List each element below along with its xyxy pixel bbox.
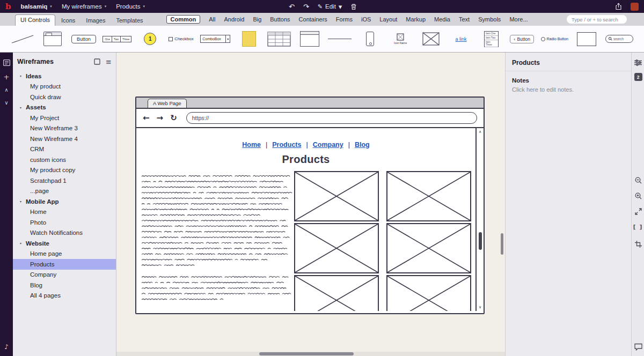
scrollbar-thumb[interactable] [479,232,482,250]
workspace-menu[interactable]: balsamiq ▾ [21,3,52,10]
project-menu[interactable]: My wireframes ▾ [62,3,106,10]
canvas-vertical-scrollbar[interactable] [501,233,503,255]
palette-item-checkbox[interactable]: Checkbox [169,36,194,41]
placeholder-text-block[interactable] [141,173,302,307]
previous-wireframe-button[interactable]: ∧ [0,87,13,93]
palette-item-list[interactable]: Item One Item Two Item Three [480,31,503,47]
wireframe-scrollbar[interactable]: ∧ ∨ [475,128,484,311]
sidebar-item[interactable]: All 4 pages [13,291,116,301]
chat-button[interactable] [632,343,644,351]
sidebar-group-mobile-app[interactable]: ▾ Mobile App [13,196,116,207]
sidebar-item[interactable]: Company [13,270,116,280]
category-forms[interactable]: Forms [336,16,353,23]
inspector-toggle[interactable] [632,60,644,66]
zoom-in-button[interactable] [632,192,644,199]
sidebar-item[interactable]: ...page [13,186,116,197]
nav-link-company[interactable]: Company [313,141,343,149]
category-layout[interactable]: Layout [379,16,397,23]
palette-item-rectangle[interactable] [575,32,598,46]
sidebar-item[interactable]: Watch Notifications [13,228,116,239]
next-wireframe-button[interactable]: ∨ [0,100,13,106]
palette-item-combobox[interactable]: ComboBox ▾ [200,35,230,43]
comments-toggle[interactable]: 2 [632,73,644,81]
palette-item-icon-and-label[interactable]: Icon Name [389,33,412,44]
zoom-to-fit-button[interactable] [632,208,644,215]
category-text[interactable]: Text [459,16,470,23]
category-common[interactable]: Common [166,15,201,24]
tab-images[interactable]: Images [81,15,110,26]
actual-size-button[interactable]: [ ] [632,224,644,230]
image-placeholder[interactable] [294,275,379,311]
category-markup[interactable]: Markup [406,16,426,23]
sidebar-item[interactable]: Scratchpad 1 [13,175,116,186]
palette-item-numbered-circle[interactable]: 1 [138,33,162,45]
chevron-down-icon[interactable]: ▾ [20,241,24,245]
palette-item-comment[interactable] [237,31,261,47]
category-containers[interactable]: Containers [299,16,327,23]
image-placeholder[interactable] [294,223,379,273]
palette-item-data-grid[interactable] [267,32,291,47]
wireframes-panel-toggle[interactable] [0,60,13,66]
sidebar-item[interactable]: custom icons [13,154,116,165]
sidebar-item[interactable]: My product [13,81,116,92]
redo-button[interactable]: ↷ [303,3,309,11]
sidebar-item[interactable]: Photo [13,217,116,228]
image-placeholder[interactable] [386,171,471,221]
tab-templates[interactable]: Templates [111,15,148,26]
palette-item-radio-button[interactable]: Radio Button [541,37,568,41]
palette-item-line[interactable] [11,34,34,44]
wireframe-nav-links[interactable]: Home | Products | Company | Blog [136,141,475,149]
music-note-icon[interactable]: ♪ [0,343,13,351]
add-wireframe-button[interactable]: + [0,73,13,81]
image-placeholder[interactable] [294,171,379,221]
chevron-down-icon[interactable]: ▾ [20,74,24,78]
sidebar-item[interactable]: CRM [13,144,116,155]
sidebar-item[interactable]: Home page [13,249,116,259]
palette-item-ios-button[interactable]: ‹ Button [510,35,534,43]
list-view-icon[interactable]: ≡ [106,58,112,66]
palette-item-iphone[interactable] [358,32,382,46]
image-placeholder[interactable] [386,275,471,311]
tab-icons[interactable]: Icons [56,15,80,26]
palette-item-image[interactable] [419,32,443,46]
notes-edit-area[interactable]: Click here to edit notes. [512,86,625,93]
palette-item-button[interactable]: Button [71,35,96,43]
category-symbols[interactable]: Symbols [478,16,501,23]
category-android[interactable]: Android [224,16,244,23]
image-placeholder[interactable] [386,223,471,273]
sidebar-item[interactable]: Quick draw [13,92,116,102]
sidebar-item[interactable]: My product copy [13,165,116,176]
sidebar-item[interactable]: Blog [13,280,116,291]
user-avatar[interactable] [631,3,639,11]
sidebar-item[interactable]: My Project [13,113,116,123]
sidebar-item[interactable]: New Wireframe 4 [13,134,116,144]
category-all[interactable]: All [209,16,215,23]
category-ios[interactable]: iOS [361,16,371,23]
edit-menu[interactable]: ✎ Edit ▾ [318,3,342,11]
sidebar-group-website[interactable]: ▾ Website [13,238,116,249]
search-input[interactable] [567,15,627,24]
nav-link-home[interactable]: Home [242,141,261,149]
nav-link-products[interactable]: Products [272,141,301,149]
sidebar-item[interactable]: Home [13,207,116,218]
chevron-down-icon[interactable]: ▾ [20,199,24,203]
trash-button[interactable] [350,3,357,10]
canvas-horizontal-scrollbar[interactable] [259,352,354,355]
chevron-down-icon[interactable]: ▾ [20,106,24,109]
zoom-to-selection-button[interactable] [632,241,644,248]
palette-item-horizontal-rule[interactable] [328,39,352,39]
wireframe-browser-window[interactable]: A Web Page ← → ↻ https:// Home | Product… [135,97,485,314]
category-buttons[interactable]: Buttons [270,16,290,23]
tab-ui-controls[interactable]: UI Controls [15,14,55,26]
sidebar-item-products-selected[interactable]: Products [13,259,116,270]
thumbnail-view-icon[interactable] [94,58,100,65]
category-media[interactable]: Media [434,16,450,23]
palette-item-link[interactable]: a link [449,36,473,42]
wireframe-menu[interactable]: Products ▾ [116,3,145,10]
category-more[interactable]: More... [509,16,528,23]
palette-item-search-box[interactable]: search [605,35,633,43]
nav-link-blog[interactable]: Blog [355,141,370,149]
sidebar-group-ideas[interactable]: ▾ Ideas [13,71,116,81]
share-button[interactable] [615,3,622,10]
sidebar-item[interactable]: New Wireframe 3 [13,123,116,134]
